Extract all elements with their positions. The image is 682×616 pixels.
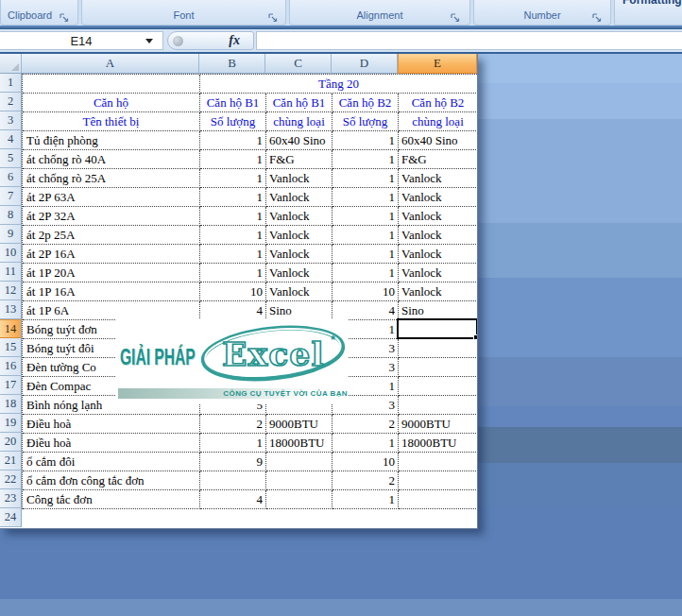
row-header-7[interactable]: 7 <box>0 187 22 206</box>
cell-E9[interactable]: Vanlock <box>399 226 478 245</box>
cell-C10[interactable]: Vanlock <box>266 245 332 264</box>
cell-D12[interactable]: 10 <box>332 282 399 301</box>
cell-B6[interactable]: 1 <box>200 169 266 188</box>
cell-B13[interactable]: 4 <box>200 301 266 320</box>
row-header-5[interactable]: 5 <box>0 149 22 168</box>
row-header-23[interactable]: 23 <box>0 489 22 508</box>
cell-D13[interactable]: 4 <box>332 301 399 320</box>
cell-E13[interactable]: Sino <box>399 301 478 320</box>
cell-E22[interactable] <box>399 471 478 490</box>
cell-A6[interactable]: át chống rò 25A <box>23 169 200 188</box>
row-header-6[interactable]: 6 <box>0 168 22 187</box>
row-header-20[interactable]: 20 <box>0 433 22 452</box>
cell-A22[interactable]: ổ cắm đơn công tắc đơn <box>23 471 200 490</box>
cell-E18[interactable] <box>399 396 478 415</box>
cell-C20[interactable]: 18000BTU <box>266 434 332 453</box>
cell-C19[interactable]: 9000BTU <box>266 415 332 434</box>
cell-E16[interactable] <box>399 358 478 377</box>
cell-D9[interactable]: 1 <box>332 226 399 245</box>
cell-B22[interactable] <box>200 471 266 490</box>
row-header-14[interactable]: 14 <box>0 319 22 338</box>
column-header-A[interactable]: A <box>22 54 199 74</box>
cell-C22[interactable] <box>266 471 332 490</box>
cell-D19[interactable]: 2 <box>332 415 399 434</box>
cell-E5[interactable]: F&G <box>399 150 478 169</box>
cell-B12[interactable]: 10 <box>200 282 266 301</box>
cell-C5[interactable]: F&G <box>266 150 332 169</box>
row-header-11[interactable]: 11 <box>0 263 22 282</box>
cell-C3[interactable]: chùng loại <box>266 112 332 131</box>
row-header-15[interactable]: 15 <box>0 338 22 357</box>
fill-handle[interactable] <box>473 334 478 339</box>
cell-A19[interactable]: Điều hoà <box>23 415 200 434</box>
cell-A8[interactable]: át 2P 32A <box>23 207 200 226</box>
cell-D20[interactable]: 1 <box>332 434 399 453</box>
cell-A2[interactable]: Căn hộ <box>23 94 200 112</box>
row-header-12[interactable]: 12 <box>0 282 22 300</box>
cell-D8[interactable]: 1 <box>332 207 399 226</box>
cell-D5[interactable]: 1 <box>332 150 399 169</box>
number-dialog-launcher-icon[interactable] <box>591 10 603 22</box>
cell-A11[interactable]: át 1P 20A <box>23 264 200 282</box>
row-header-1[interactable]: 1 <box>0 74 22 93</box>
row-header-21[interactable]: 21 <box>0 452 22 471</box>
cell-E3[interactable]: chùng loại <box>399 112 478 131</box>
cell-B19[interactable]: 2 <box>200 415 266 434</box>
active-cell-E14[interactable] <box>397 318 478 339</box>
cell-E17[interactable] <box>399 377 478 396</box>
cell-B2[interactable]: Căn hộ B1 <box>200 94 266 112</box>
column-header-E[interactable]: E <box>398 54 477 74</box>
cell-E7[interactable]: Vanlock <box>399 188 478 207</box>
cell-A4[interactable]: Tủ điện phòng <box>23 131 200 150</box>
cell-A21[interactable]: ổ cắm đôi <box>23 453 200 471</box>
cell-B9[interactable]: 1 <box>200 226 266 245</box>
row-header-24[interactable]: 24 <box>0 508 22 527</box>
formula-input[interactable] <box>256 31 682 50</box>
cell-A20[interactable]: Điều hoà <box>23 434 200 453</box>
cell-B4[interactable]: 1 <box>200 131 266 150</box>
cell-B10[interactable]: 1 <box>200 245 266 264</box>
name-box-dropdown-icon[interactable] <box>140 31 161 50</box>
row-header-18[interactable]: 18 <box>0 395 22 414</box>
row-header-9[interactable]: 9 <box>0 225 22 244</box>
cell-D6[interactable]: 1 <box>332 169 399 188</box>
cell-C7[interactable]: Vanlock <box>266 188 332 207</box>
row-header-19[interactable]: 19 <box>0 414 22 433</box>
cell-A3[interactable]: Tên thiết bị <box>23 112 200 131</box>
conditional-formatting-button[interactable]: Formatting <box>622 0 682 7</box>
alignment-dialog-launcher-icon[interactable] <box>450 10 461 22</box>
cell-A1[interactable] <box>23 75 200 94</box>
cell-D23[interactable]: 1 <box>332 490 399 509</box>
cell-D11[interactable]: 1 <box>332 264 399 282</box>
cell-E6[interactable]: Vanlock <box>399 169 478 188</box>
cell-A5[interactable]: át chống rò 40A <box>23 150 200 169</box>
row-header-10[interactable]: 10 <box>0 244 22 263</box>
column-header-B[interactable]: B <box>199 54 265 74</box>
row-header-8[interactable]: 8 <box>0 206 22 225</box>
clipboard-dialog-launcher-icon[interactable] <box>59 10 70 22</box>
cell-D22[interactable]: 2 <box>332 471 399 490</box>
cell-B1[interactable]: Tầng 20 <box>200 75 478 94</box>
cell-B23[interactable]: 4 <box>200 490 266 509</box>
cell-E23[interactable] <box>399 490 478 509</box>
cell-C13[interactable]: Sino <box>266 301 332 320</box>
cell-E10[interactable]: Vanlock <box>399 245 478 264</box>
cell-E21[interactable] <box>399 453 478 471</box>
cell-D3[interactable]: Số lượng <box>332 112 399 131</box>
insert-function-button[interactable]: fx <box>167 31 254 50</box>
cell-E20[interactable]: 18000BTU <box>399 434 478 453</box>
cell-B5[interactable]: 1 <box>200 150 266 169</box>
cell-E8[interactable]: Vanlock <box>399 207 478 226</box>
cell-B3[interactable]: Số lượng <box>200 112 266 131</box>
cell-E4[interactable]: 60x40 Sino <box>399 131 478 150</box>
row-header-4[interactable]: 4 <box>0 130 22 149</box>
cell-C11[interactable]: Vanlock <box>266 264 332 282</box>
cell-C23[interactable] <box>266 490 332 509</box>
cell-A9[interactable]: át 2p 25A <box>23 226 200 245</box>
row-header-22[interactable]: 22 <box>0 471 22 489</box>
cell-B20[interactable]: 1 <box>200 434 266 453</box>
cell-B8[interactable]: 1 <box>200 207 266 226</box>
cell-D7[interactable]: 1 <box>332 188 399 207</box>
cell-D21[interactable]: 10 <box>332 453 399 471</box>
cell-C21[interactable] <box>266 453 332 471</box>
